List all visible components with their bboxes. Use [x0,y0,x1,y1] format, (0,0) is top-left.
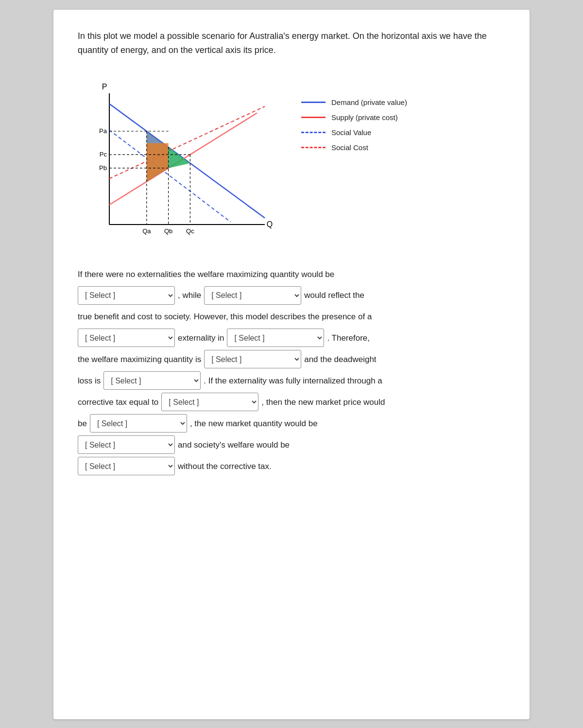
chart-svg: PQPaPbPcQaQbQc [78,69,282,251]
select-2[interactable]: [ Select ] [204,286,301,305]
svg-text:Pb: Pb [99,164,107,171]
q-part6-suffix: , the new market quantity would be [190,415,318,433]
social-cost-label: Social Cost [331,143,368,152]
q-part8-suffix: without the corrective tax. [178,457,272,475]
q-part2-mid: externality in [178,329,224,347]
chart-area: PQPaPbPcQaQbQc Demand (private value) Su… [78,69,505,251]
q-part4-suffix: . If the externality was fully internali… [204,372,382,390]
q-part1-prefix: If there were no externalities the welfa… [78,265,334,283]
q-part7-suffix: and society's welfare would be [178,436,290,454]
select-8[interactable]: [ Select ] [90,414,187,433]
legend-demand: Demand (private value) [301,98,505,106]
legend-area: Demand (private value) Supply (private c… [301,69,505,152]
demand-label: Demand (private value) [331,98,407,106]
q-part3-suffix: and the deadweight [304,350,376,368]
select-10[interactable]: [ Select ] [78,457,175,475]
select-7[interactable]: [ Select ] [161,393,258,411]
legend-supply: Supply (private cost) [301,113,505,121]
select-9[interactable]: [ Select ] [78,435,175,454]
q-part3-prefix: the welfare maximizing quantity is [78,350,201,368]
select-3[interactable]: [ Select ] [78,329,175,347]
social-value-label: Social Value [331,128,371,137]
svg-line-6 [109,130,231,222]
social-value-line-icon [301,132,326,133]
svg-line-7 [109,106,265,179]
q-part5-suffix: , then the new market price would [261,393,385,411]
svg-marker-11 [169,147,190,168]
q-part1-suffix: would reflect the [304,286,364,304]
svg-text:Qc: Qc [186,227,194,235]
supply-label: Supply (private cost) [331,113,398,121]
q-part1-mid: , while [178,286,201,304]
intro-text: In this plot we model a possible scenari… [78,29,505,57]
svg-text:Pa: Pa [99,127,107,135]
svg-text:P: P [102,83,107,91]
q-part2-prefix: true benefit and cost to society. Howeve… [78,308,372,326]
question-block: If there were no externalities the welfa… [78,265,505,476]
page-container: In this plot we model a possible scenari… [53,10,530,719]
supply-line-icon [301,117,326,118]
select-6[interactable]: [ Select ] [103,371,201,390]
svg-text:Pc: Pc [100,151,107,158]
select-1[interactable]: [ Select ] [78,286,175,305]
svg-text:Qb: Qb [164,227,172,235]
social-cost-line-icon [301,147,326,148]
q-part4-prefix: loss is [78,372,101,390]
legend-social-value: Social Value [301,128,505,137]
select-4[interactable]: [ Select ] [227,329,324,347]
svg-marker-10 [147,143,169,181]
svg-line-4 [109,104,265,218]
q-part2-suffix: . Therefore, [327,329,370,347]
q-part5-prefix: corrective tax equal to [78,393,158,411]
select-5[interactable]: [ Select ] [204,350,301,368]
legend-social-cost: Social Cost [301,143,505,152]
svg-text:Q: Q [267,220,273,228]
svg-text:Qa: Qa [142,227,151,235]
q-part6-prefix: be [78,415,87,433]
demand-line-icon [301,102,326,103]
